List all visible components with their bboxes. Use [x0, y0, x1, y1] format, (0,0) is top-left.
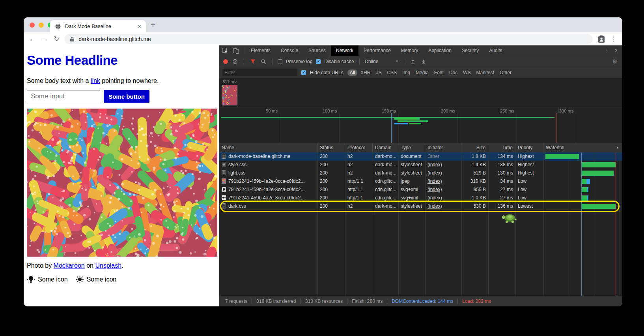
initiator-link[interactable]: (index)	[427, 195, 442, 201]
export-har-icon[interactable]	[420, 59, 427, 64]
record-network-log-button[interactable]	[223, 59, 228, 64]
preserve-log-label[interactable]: Preserve log	[286, 59, 312, 64]
profile-badge-icon[interactable]	[598, 35, 605, 43]
filter-type-xhr[interactable]: XHR	[358, 69, 373, 76]
column-header-priority[interactable]: Priority	[515, 143, 543, 152]
throttling-dropdown[interactable]: Online ▼	[365, 59, 399, 64]
new-tab-button[interactable]: +	[151, 21, 155, 30]
settings-gear-icon[interactable]: ⚙	[612, 58, 618, 65]
column-header-name[interactable]: Name	[219, 143, 317, 152]
devtools-tab-sources[interactable]: Sources	[303, 45, 331, 56]
filter-type-media[interactable]: Media	[413, 69, 431, 76]
column-header-waterfall[interactable]: Waterfall▲	[543, 143, 622, 152]
forward-button[interactable]: →	[41, 36, 48, 42]
column-header-type[interactable]: Type	[398, 143, 425, 152]
network-request-row-light-css[interactable]: light.css200h2dark-mo...stylesheet(index…	[219, 169, 622, 177]
svg-bulb-file-icon	[222, 186, 226, 194]
search-icon[interactable]	[260, 59, 267, 64]
cell-size: 1.4 KB	[461, 161, 488, 169]
devtools-tab-application[interactable]: Application	[423, 45, 457, 56]
browser-window: Dark Mode Baseline × + ← → ↻ dark-mode-b…	[24, 17, 622, 306]
some-input-field[interactable]	[27, 90, 100, 102]
cell-domain: cdn.glitc...	[373, 194, 398, 202]
devtools-tab-console[interactable]: Console	[276, 45, 303, 56]
cell-protocol: http/1.1	[345, 186, 373, 194]
address-bar[interactable]: dark-mode-baseline.glitch.me	[64, 34, 593, 44]
credit-link-unsplash[interactable]: Unsplash	[95, 262, 121, 269]
window-minimize-button[interactable]	[39, 23, 44, 28]
devtools-tab-security[interactable]: Security	[457, 45, 484, 56]
credit-link-mockaroon[interactable]: Mockaroon	[54, 262, 85, 269]
body-link[interactable]: link	[91, 77, 100, 84]
cell-name: 791b2241-459b-4a2e-8cca-c0fdc2...	[219, 177, 317, 186]
network-request-row-dark-mode-baseline-glitch-me[interactable]: dark-mode-baseline.glitch.me200h2dark-mo…	[219, 152, 622, 161]
request-name: 791b2241-459b-4a2e-8cca-c0fdc2...	[228, 187, 304, 192]
back-button[interactable]: ←	[29, 36, 36, 42]
column-header-time[interactable]: Time	[488, 143, 515, 152]
sort-ascending-icon: ▲	[616, 143, 619, 152]
cell-time: 27 ms	[488, 186, 515, 194]
cell-status: 200	[317, 186, 345, 194]
devtools-tab-memory[interactable]: Memory	[396, 45, 423, 56]
devtools-menu-kebab-icon[interactable]: ⋮	[604, 48, 609, 53]
network-request-row-style-css[interactable]: style.css200h2dark-mo...stylesheet(index…	[219, 161, 622, 169]
lock-icon[interactable]	[70, 36, 75, 42]
devtools-tab-audits[interactable]: Audits	[484, 45, 507, 56]
sun-icon	[76, 275, 84, 283]
initiator-link[interactable]: (index)	[427, 170, 442, 176]
filter-type-js[interactable]: JS	[373, 69, 384, 76]
devtools-panel: ElementsConsoleSourcesNetworkPerformance…	[219, 45, 622, 306]
network-request-row-791b2241-459b-4a2e-8cca-c0fdc2[interactable]: 791b2241-459b-4a2e-8cca-c0fdc2...200http…	[219, 194, 622, 202]
inspect-element-icon[interactable]	[219, 47, 230, 54]
cell-time: 136 ms	[488, 202, 515, 210]
disable-cache-label[interactable]: Disable cache	[324, 59, 354, 64]
device-toolbar-icon[interactable]	[230, 47, 241, 54]
column-header-size[interactable]: Size	[461, 143, 488, 152]
filter-type-doc[interactable]: Doc	[447, 69, 460, 76]
initiator-link[interactable]: (index)	[427, 187, 442, 192]
filter-type-other[interactable]: Other	[497, 69, 514, 76]
tab-close-icon[interactable]: ×	[138, 24, 141, 29]
network-request-row-791b2241-459b-4a2e-8cca-c0fdc2[interactable]: 791b2241-459b-4a2e-8cca-c0fdc2...200http…	[219, 177, 622, 186]
reload-button[interactable]: ↻	[54, 36, 59, 42]
column-header-domain[interactable]: Domain	[373, 143, 398, 152]
preserve-log-checkbox[interactable]	[278, 59, 282, 64]
network-request-row-dark-css[interactable]: dark.css200h2dark-mo...stylesheet(index)…	[219, 202, 622, 210]
devtools-close-icon[interactable]: ×	[615, 48, 618, 53]
import-har-icon[interactable]	[409, 59, 416, 64]
network-request-row-791b2241-459b-4a2e-8cca-c0fdc2[interactable]: 791b2241-459b-4a2e-8cca-c0fdc2...200http…	[219, 186, 622, 194]
network-filter-bar: Hide data URLs AllXHRJSCSSImgMediaFontDo…	[219, 67, 622, 78]
hide-data-urls-checkbox[interactable]	[301, 70, 306, 75]
filter-type-manifest[interactable]: Manifest	[474, 69, 497, 76]
document-file-icon	[222, 161, 226, 169]
overview-tick-label: 50 ms	[250, 109, 278, 113]
clear-network-log-icon[interactable]	[231, 59, 239, 64]
column-header-initiator[interactable]: Initiator	[425, 143, 461, 152]
filter-type-ws[interactable]: WS	[461, 69, 473, 76]
column-header-protocol[interactable]: Protocol	[345, 143, 373, 152]
browser-tab[interactable]: Dark Mode Baseline ×	[50, 20, 146, 32]
initiator-link[interactable]: (index)	[427, 203, 442, 209]
some-button[interactable]: Some button	[104, 90, 149, 103]
filmstrip-screenshot-thumbnail[interactable]	[222, 85, 237, 105]
url-text: dark-mode-baseline.glitch.me	[78, 36, 151, 42]
devtools-tab-performance[interactable]: Performance	[358, 45, 396, 56]
filter-funnel-icon[interactable]	[249, 59, 256, 64]
filter-type-css[interactable]: CSS	[385, 69, 399, 76]
devtools-tab-elements[interactable]: Elements	[246, 45, 276, 56]
network-filter-input[interactable]	[222, 69, 297, 76]
network-overview[interactable]: 50 ms100 ms150 ms200 ms250 ms300 ms	[219, 107, 622, 143]
window-close-button[interactable]	[30, 23, 35, 28]
filter-type-font[interactable]: Font	[432, 69, 446, 76]
filter-type-img[interactable]: Img	[400, 69, 413, 76]
column-header-status[interactable]: Status	[317, 143, 345, 152]
initiator-link[interactable]: (index)	[427, 178, 442, 184]
initiator-link[interactable]: (index)	[427, 162, 442, 167]
hide-data-urls-label[interactable]: Hide data URLs	[310, 70, 343, 75]
filter-type-all[interactable]: All	[347, 69, 357, 76]
summary-316-kb-transferred: 316 KB transferred	[252, 298, 301, 304]
browser-menu-kebab-icon[interactable]: ⋮	[610, 35, 617, 43]
disable-cache-checkbox[interactable]	[316, 59, 321, 64]
waterfall-bar	[545, 154, 579, 159]
devtools-tab-network[interactable]: Network	[331, 45, 358, 56]
